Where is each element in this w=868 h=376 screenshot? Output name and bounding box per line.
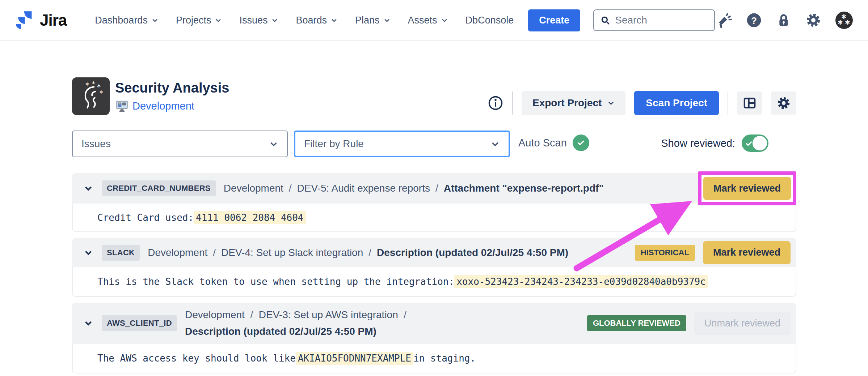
finding-content: Credit Card used: 4111 0062 2084 4604 bbox=[72, 204, 796, 232]
unmark-reviewed-button[interactable]: Unmark reviewed bbox=[694, 312, 791, 335]
finding-breadcrumb: Development / DEV-3: Set up AWS integrat… bbox=[185, 307, 406, 340]
mark-reviewed-button[interactable]: Mark reviewed bbox=[703, 241, 791, 264]
chevron-down-icon bbox=[151, 17, 159, 24]
svg-text:*: * bbox=[92, 81, 95, 88]
finding-card-slack: SLACK Development/ DEV-4: Set up Slack i… bbox=[72, 238, 796, 297]
svg-text:?: ? bbox=[751, 15, 757, 26]
top-navigation-bar: Jira Dashboards Projects Issues Boards P… bbox=[0, 0, 868, 41]
nav-item-boards[interactable]: Boards bbox=[296, 15, 338, 26]
jira-security-analysis-page: Jira Dashboards Projects Issues Boards P… bbox=[0, 0, 868, 376]
svg-text:*: * bbox=[85, 81, 89, 89]
export-project-button[interactable]: Export Project bbox=[522, 91, 625, 115]
issues-filter-select[interactable]: Issues bbox=[72, 131, 288, 157]
layout-panel-icon bbox=[743, 96, 757, 110]
chevron-down-icon bbox=[269, 139, 278, 149]
nav-item-issues[interactable]: Issues bbox=[239, 15, 278, 26]
jira-logo[interactable]: Jira bbox=[15, 10, 67, 30]
project-breadcrumb: Development bbox=[115, 99, 194, 113]
annotation-highlight-box: Mark reviewed bbox=[698, 171, 796, 205]
search-icon bbox=[601, 15, 610, 26]
header-actions: Export Project Scan Project bbox=[488, 91, 796, 115]
page-title: Security Analysis bbox=[115, 80, 229, 96]
finding-actions: HISTORICAL Mark reviewed bbox=[635, 241, 791, 264]
nav-item-dbconsole[interactable]: DbConsole bbox=[465, 15, 514, 26]
finding-actions: GLOBALLY REVIEWED Unmark reviewed bbox=[587, 312, 791, 335]
gear-icon bbox=[777, 96, 791, 110]
historical-badge: HISTORICAL bbox=[635, 245, 695, 261]
chevron-down-icon bbox=[383, 17, 391, 24]
search-box[interactable] bbox=[593, 9, 715, 31]
project-avatar: **** bbox=[72, 77, 110, 115]
svg-text:*: * bbox=[100, 89, 103, 97]
rule-badge: AWS_CLIENT_ID bbox=[102, 315, 177, 331]
finding-card-aws: AWS_CLIENT_ID Development / DEV-3: Set u… bbox=[72, 303, 796, 373]
mark-reviewed-button[interactable]: Mark reviewed bbox=[703, 177, 791, 200]
globally-reviewed-badge: GLOBALLY REVIEWED bbox=[587, 315, 686, 331]
auto-scan-check-icon bbox=[573, 134, 589, 151]
chevron-down-icon bbox=[215, 17, 222, 24]
finding-content: This is the Slack token to use when sett… bbox=[72, 267, 796, 297]
divider bbox=[512, 91, 513, 115]
layout-panel-button[interactable] bbox=[737, 91, 762, 115]
finding-card-credit-card: CREDIT_CARD_NUMBERS Development/ DEV-5: … bbox=[72, 173, 796, 232]
logo-text: Jira bbox=[40, 11, 67, 29]
info-icon[interactable] bbox=[488, 95, 503, 111]
nav-icon-group: ? ✱✱✱ bbox=[717, 12, 853, 29]
nav-item-projects[interactable]: Projects bbox=[176, 15, 222, 26]
finding-header: CREDIT_CARD_NUMBERS Development/ DEV-5: … bbox=[72, 173, 796, 204]
finding-header: AWS_CLIENT_ID Development / DEV-3: Set u… bbox=[72, 303, 796, 344]
jira-logo-icon bbox=[15, 10, 35, 30]
rule-filter-select[interactable]: Filter by Rule bbox=[294, 131, 510, 157]
finding-header: SLACK Development/ DEV-4: Set up Slack i… bbox=[72, 238, 796, 267]
help-icon[interactable]: ? bbox=[746, 13, 762, 28]
detected-secret: 4111 0062 2084 4604 bbox=[194, 211, 306, 224]
nav-item-dashboards[interactable]: Dashboards bbox=[95, 15, 159, 26]
auto-scan-status: Auto Scan bbox=[518, 134, 589, 151]
finding-content: The AWS access key should look like AKIA… bbox=[72, 344, 796, 373]
toggle-check-icon bbox=[745, 140, 753, 148]
collapse-chevron-icon[interactable] bbox=[83, 247, 94, 258]
chevron-down-icon bbox=[441, 17, 448, 24]
show-reviewed-label: Show reviewed: bbox=[661, 137, 735, 149]
chevron-down-icon bbox=[607, 99, 615, 107]
search-input[interactable] bbox=[615, 14, 708, 26]
settings-gear-icon[interactable] bbox=[806, 13, 821, 28]
scan-project-button[interactable]: Scan Project bbox=[634, 91, 719, 115]
finding-breadcrumb: Development/ DEV-4: Set up Slack integra… bbox=[148, 247, 568, 258]
show-reviewed-control: Show reviewed: bbox=[661, 134, 768, 152]
show-reviewed-toggle[interactable] bbox=[742, 134, 768, 152]
nav-item-assets[interactable]: Assets bbox=[408, 15, 448, 26]
lock-icon[interactable] bbox=[776, 13, 791, 28]
detected-secret: xoxo-523423-234243-234233-e039d02840a0b9… bbox=[454, 275, 708, 288]
announcements-icon[interactable] bbox=[717, 13, 732, 28]
nav-menu: Dashboards Projects Issues Boards Plans … bbox=[95, 15, 514, 26]
face-art-icon: **** bbox=[75, 81, 106, 112]
rule-badge: SLACK bbox=[102, 245, 140, 261]
rule-badge: CREDIT_CARD_NUMBERS bbox=[102, 180, 216, 196]
create-button[interactable]: Create bbox=[528, 9, 580, 31]
chevron-down-icon bbox=[330, 17, 338, 24]
user-avatar[interactable]: ✱✱✱ bbox=[835, 12, 853, 29]
nav-item-plans[interactable]: Plans bbox=[355, 15, 391, 26]
divider bbox=[728, 91, 728, 115]
page-settings-button[interactable] bbox=[771, 91, 796, 115]
detected-secret: AKIAIO5FODNN7EXAMPLE bbox=[296, 352, 413, 365]
collapse-chevron-icon[interactable] bbox=[83, 318, 94, 329]
project-monitor-icon bbox=[115, 99, 129, 113]
chevron-down-icon bbox=[271, 17, 278, 24]
auto-scan-label: Auto Scan bbox=[518, 137, 567, 149]
finding-breadcrumb: Development/ DEV-5: Audit expense report… bbox=[224, 183, 604, 194]
collapse-chevron-icon[interactable] bbox=[83, 183, 94, 194]
project-link[interactable]: Development bbox=[132, 100, 194, 112]
chevron-down-icon bbox=[490, 139, 500, 149]
